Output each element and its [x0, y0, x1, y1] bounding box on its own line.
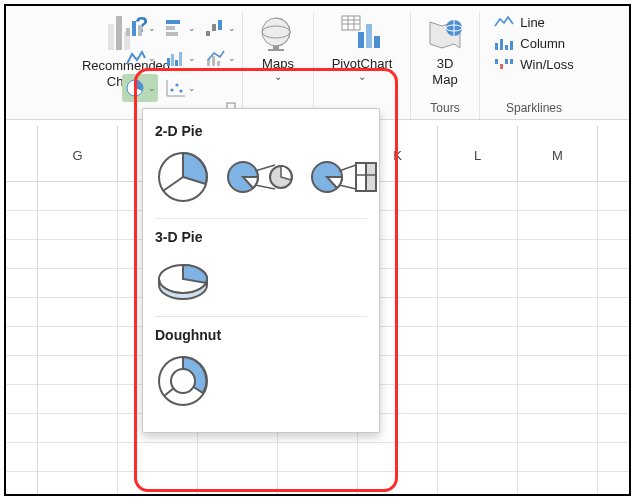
- cell[interactable]: [598, 211, 629, 240]
- cell[interactable]: [38, 414, 118, 443]
- select-all-corner[interactable]: [6, 126, 38, 182]
- cell[interactable]: [198, 472, 278, 494]
- cell[interactable]: [598, 327, 629, 356]
- svg-rect-59: [356, 163, 366, 191]
- row-header[interactable]: [6, 356, 38, 385]
- cell[interactable]: [438, 356, 518, 385]
- cell[interactable]: [38, 472, 118, 494]
- cell[interactable]: [518, 472, 598, 494]
- combo-chart-button[interactable]: ⌄: [202, 44, 238, 72]
- cell[interactable]: [598, 269, 629, 298]
- cell[interactable]: [38, 182, 118, 211]
- 3d-map-button[interactable]: 3D Map: [418, 12, 472, 91]
- cell[interactable]: [598, 182, 629, 211]
- cell[interactable]: [518, 240, 598, 269]
- cell[interactable]: [598, 414, 629, 443]
- cell[interactable]: [438, 211, 518, 240]
- chart-type-grid: ⌄ ⌄ ⌄ ⌄ ⌄: [122, 14, 238, 102]
- cell[interactable]: [38, 443, 118, 472]
- cell[interactable]: [118, 472, 198, 494]
- cell[interactable]: [38, 298, 118, 327]
- ribbon: ? Recommended Charts ⌄ ⌄ ⌄: [6, 6, 629, 120]
- svg-rect-16: [179, 52, 182, 66]
- cell[interactable]: [438, 298, 518, 327]
- cell[interactable]: [518, 298, 598, 327]
- column-header[interactable]: L: [438, 126, 518, 182]
- cell[interactable]: [598, 472, 629, 494]
- column-header[interactable]: G: [38, 126, 118, 182]
- svg-rect-38: [374, 36, 380, 48]
- cell[interactable]: [198, 443, 278, 472]
- cell[interactable]: [598, 298, 629, 327]
- row-header[interactable]: [6, 443, 38, 472]
- sparkline-column-button[interactable]: Column: [490, 34, 577, 52]
- cell[interactable]: [518, 443, 598, 472]
- cell[interactable]: [438, 269, 518, 298]
- cell[interactable]: [438, 240, 518, 269]
- cell[interactable]: [518, 269, 598, 298]
- cell[interactable]: [518, 356, 598, 385]
- maps-label: Maps: [262, 56, 294, 72]
- svg-point-24: [175, 83, 178, 86]
- row-header[interactable]: [6, 385, 38, 414]
- cell[interactable]: [38, 211, 118, 240]
- scatter-chart-button[interactable]: ⌄: [162, 74, 198, 102]
- maps-button[interactable]: Maps ⌄: [252, 12, 304, 84]
- cell[interactable]: [38, 385, 118, 414]
- svg-rect-42: [495, 43, 498, 50]
- cell[interactable]: [358, 472, 438, 494]
- cell[interactable]: [518, 327, 598, 356]
- row-header[interactable]: [6, 472, 38, 494]
- waterfall-chart-button[interactable]: ⌄: [202, 14, 238, 42]
- svg-rect-31: [342, 16, 360, 30]
- svg-rect-12: [218, 20, 222, 30]
- group-tours: 3D Map Tours: [411, 12, 480, 119]
- cell[interactable]: [38, 327, 118, 356]
- column-header[interactable]: M: [518, 126, 598, 182]
- cell[interactable]: [118, 443, 198, 472]
- cell[interactable]: [438, 385, 518, 414]
- cell[interactable]: [518, 211, 598, 240]
- pivotchart-icon: [340, 14, 384, 52]
- doughnut-option[interactable]: [155, 353, 211, 412]
- pie-2d-option[interactable]: [155, 149, 211, 208]
- cell[interactable]: [358, 443, 438, 472]
- row-header[interactable]: [6, 240, 38, 269]
- pivotchart-button[interactable]: PivotChart ⌄: [326, 12, 399, 84]
- cell[interactable]: [278, 443, 358, 472]
- row-header[interactable]: [6, 269, 38, 298]
- sparkline-winloss-button[interactable]: Win/Loss: [490, 55, 577, 73]
- cell[interactable]: [438, 472, 518, 494]
- row-header[interactable]: [6, 327, 38, 356]
- cell[interactable]: [518, 414, 598, 443]
- pie-of-pie-option[interactable]: [225, 153, 295, 204]
- cell[interactable]: [598, 385, 629, 414]
- bar-of-pie-option[interactable]: [309, 153, 379, 204]
- cell[interactable]: [598, 356, 629, 385]
- pie-chart-button[interactable]: ⌄: [122, 74, 158, 102]
- column-header[interactable]: [598, 126, 629, 182]
- cell[interactable]: [438, 443, 518, 472]
- statistic-chart-button[interactable]: ⌄: [162, 44, 198, 72]
- row-header[interactable]: [6, 298, 38, 327]
- cell[interactable]: [438, 327, 518, 356]
- cell[interactable]: [518, 385, 598, 414]
- row-header[interactable]: [6, 182, 38, 211]
- cell[interactable]: [438, 414, 518, 443]
- svg-line-57: [339, 165, 356, 171]
- pie-3d-option[interactable]: [155, 255, 215, 306]
- cell[interactable]: [598, 443, 629, 472]
- cell[interactable]: [438, 182, 518, 211]
- column-chart-button[interactable]: ⌄: [122, 14, 158, 42]
- row-header[interactable]: [6, 211, 38, 240]
- cell[interactable]: [38, 356, 118, 385]
- cell[interactable]: [598, 240, 629, 269]
- cell[interactable]: [518, 182, 598, 211]
- cell[interactable]: [38, 269, 118, 298]
- hierarchy-chart-button[interactable]: ⌄: [122, 44, 158, 72]
- row-header[interactable]: [6, 414, 38, 443]
- cell[interactable]: [278, 472, 358, 494]
- sparkline-line-button[interactable]: Line: [490, 13, 577, 31]
- bar-chart-button[interactable]: ⌄: [162, 14, 198, 42]
- cell[interactable]: [38, 240, 118, 269]
